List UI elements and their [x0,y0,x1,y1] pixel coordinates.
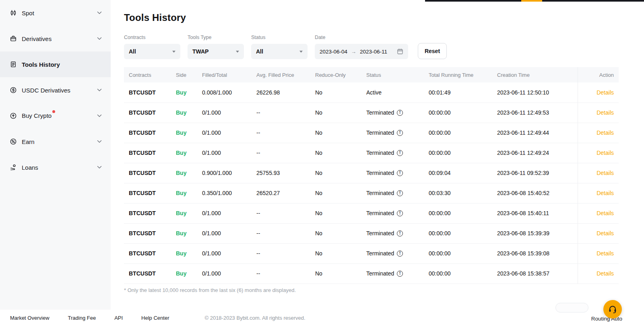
cell-filled-total: 0/1.000 [197,243,252,263]
cell-filled-total: 0/1.000 [197,103,252,123]
cell-action: Details [578,183,619,203]
info-icon[interactable]: ! [397,170,403,176]
cell-contracts: BTCUSDT [124,82,171,103]
sidebar-item-label: Loans [22,164,38,171]
chevron-down-icon [97,140,102,143]
sidebar-item-loans[interactable]: Loans [0,154,111,180]
footer: Market Overview Trading Fee API Help Cen… [0,310,644,333]
sidebar-item-buy-crypto[interactable]: Buy Crypto [0,103,111,129]
cell-reduce-only: No [310,243,361,263]
cell-side: Buy [171,263,197,284]
cell-reduce-only: No [310,103,361,123]
cell-status: Terminated ! [361,243,424,263]
date-range-picker[interactable]: 2023-06-04 → 2023-06-11 [315,44,408,59]
page-title: Tools History [124,12,186,23]
tools-type-dropdown[interactable]: TWAP [188,44,244,59]
chevron-down-icon [97,114,102,117]
derivatives-icon [10,35,17,42]
calendar-icon [397,48,403,55]
details-link[interactable]: Details [597,150,614,156]
cell-side: Buy [171,82,197,103]
filter-status-label: Status [251,35,308,40]
col-side: Side [171,67,197,82]
footer-link-help-center[interactable]: Help Center [141,315,169,321]
cell-reduce-only: No [310,123,361,143]
cell-status: Terminated ! [361,223,424,243]
cell-reduce-only: No [310,82,361,103]
sidebar-item-label: Spot [22,10,34,16]
cell-total-running-time: 00:00:00 [424,243,492,263]
status-dropdown[interactable]: All [251,44,308,59]
info-icon[interactable]: ! [397,150,403,156]
sidebar-item-usdc-derivatives[interactable]: USDC Derivatives [0,77,111,103]
details-link[interactable]: Details [597,89,614,96]
cell-action: Details [578,123,619,143]
main-content: Tools History Contracts All Tools Type T… [111,0,644,310]
filter-tools-type: Tools Type TWAP [188,35,244,59]
cell-total-running-time: 00:00:00 [424,263,492,284]
cell-total-running-time: 00:01:49 [424,82,492,103]
info-icon[interactable]: ! [397,190,403,196]
cell-status: Terminated ! [361,263,424,284]
caret-down-icon [236,51,239,53]
sidebar-item-tools-history[interactable]: Tools History [0,51,111,77]
details-link[interactable]: Details [597,109,614,116]
table-header: Contracts Side Filled/Total Avg. Filled … [124,67,619,82]
details-link[interactable]: Details [597,190,614,196]
col-creation-time: Creation Time [492,67,578,82]
info-icon[interactable]: ! [397,210,403,216]
sidebar-item-spot[interactable]: Spot [0,0,111,26]
info-icon[interactable]: ! [397,271,403,277]
footer-link-market-overview[interactable]: Market Overview [10,315,50,321]
support-chat-button[interactable] [603,300,622,319]
tools-history-table: Contracts Side Filled/Total Avg. Filled … [124,67,619,284]
col-avg-filled-price: Avg. Filled Price [252,67,310,82]
contracts-dropdown[interactable]: All [124,44,180,59]
status-text: Terminated [366,210,394,216]
info-icon[interactable]: ! [397,230,403,236]
cell-action: Details [578,223,619,243]
details-link[interactable]: Details [597,230,614,236]
sidebar-item-label: Tools History [22,61,60,68]
notification-dot [52,110,55,113]
table-row: BTCUSDT Buy 0.350/1.000 26520.27 No Term… [124,183,619,203]
cell-contracts: BTCUSDT [124,123,171,143]
cell-reduce-only: No [310,263,361,284]
cell-creation-time: 2023-06-11 12:49:44 [492,123,578,143]
sidebar-item-derivatives[interactable]: Derivatives [0,26,111,51]
spot-icon [10,9,17,16]
cell-contracts: BTCUSDT [124,183,171,203]
cell-side: Buy [171,163,197,183]
cell-reduce-only: No [310,223,361,243]
sidebar-item-earn[interactable]: Earn [0,129,111,154]
footer-link-trading-fee[interactable]: Trading Fee [68,315,96,321]
filter-date: Date 2023-06-04 → 2023-06-11 [315,35,408,59]
reset-button[interactable]: Reset [418,43,447,59]
filter-tools-type-label: Tools Type [188,35,244,40]
cell-avg-filled-price: -- [252,243,310,263]
details-link[interactable]: Details [597,270,614,277]
cell-filled-total: 0.900/1.000 [197,163,252,183]
table-body: BTCUSDT Buy 0.008/1.000 26226.98 No Acti… [124,82,619,284]
cell-creation-time: 2023-06-11 12:49:24 [492,143,578,163]
usdc-coin-icon [10,86,17,94]
cell-creation-time: 2023-06-11 09:52:39 [492,163,578,183]
table-row: BTCUSDT Buy 0/1.000 -- No Terminated ! 0… [124,263,619,284]
cell-status: Terminated ! [361,183,424,203]
info-icon[interactable]: ! [397,130,403,136]
cell-creation-time: 2023-06-08 15:38:57 [492,263,578,284]
cell-side: Buy [171,103,197,123]
floating-pill-button[interactable] [555,303,588,312]
info-icon[interactable]: ! [397,110,403,116]
cell-side: Buy [171,143,197,163]
details-link[interactable]: Details [597,210,614,216]
cell-status: Terminated ! [361,143,424,163]
details-link[interactable]: Details [597,250,614,257]
cell-contracts: BTCUSDT [124,263,171,284]
status-text: Terminated [366,170,394,176]
details-link[interactable]: Details [597,170,614,176]
cell-total-running-time: 00:00:00 [424,103,492,123]
info-icon[interactable]: ! [397,251,403,257]
details-link[interactable]: Details [597,130,614,136]
footer-link-api[interactable]: API [114,315,123,321]
